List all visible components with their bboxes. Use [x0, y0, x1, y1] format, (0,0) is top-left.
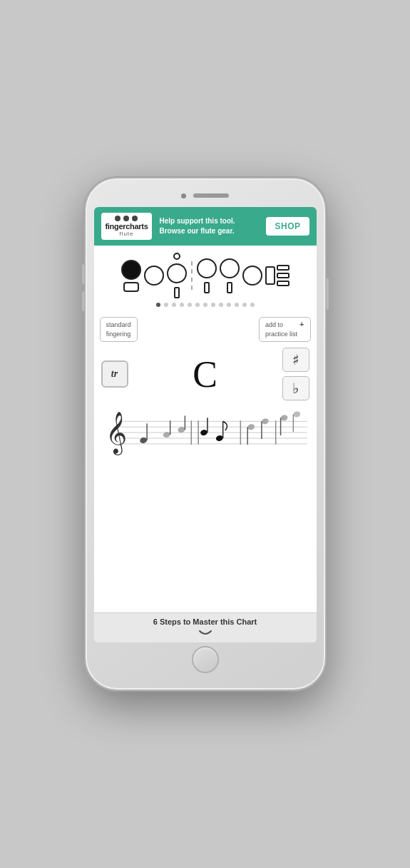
controls-row: standardfingering add to practice list +	[94, 314, 317, 345]
bottom-keys-3	[174, 287, 180, 298]
chevron-down-icon	[198, 627, 212, 640]
phone-frame: fingercharts flute Help support this too…	[84, 177, 327, 691]
end-key-2	[277, 273, 289, 278]
svg-point-15	[200, 429, 208, 436]
page-dot-6[interactable]	[203, 303, 207, 307]
page-dot-0[interactable]	[156, 303, 160, 307]
fingering-area	[94, 246, 317, 314]
note-display: tr C ♯ ♭	[94, 345, 317, 403]
standard-fingering-button[interactable]: standardfingering	[100, 317, 138, 342]
end-key-1	[277, 265, 289, 271]
svg-point-19	[247, 423, 255, 430]
staff-svg: 𝄞	[100, 403, 311, 468]
sharp-button[interactable]: ♯	[282, 348, 309, 372]
page-dot-4[interactable]	[188, 303, 192, 307]
page-dot-11[interactable]	[242, 303, 247, 307]
power-button	[326, 278, 329, 310]
camera-icon	[181, 193, 186, 198]
note-name: C	[128, 353, 282, 395]
treble-clef-symbol: 𝄞	[105, 412, 126, 455]
small-key-top	[173, 253, 180, 260]
page-dot-5[interactable]	[195, 303, 200, 307]
flat-button[interactable]: ♭	[282, 376, 309, 400]
banner-text: Help support this tool. Browse our flute…	[159, 216, 259, 236]
volume-down-button	[82, 291, 85, 311]
shop-button[interactable]: SHOP	[266, 217, 309, 236]
svg-point-25	[292, 410, 301, 418]
key-group-5	[220, 258, 240, 293]
key-group-left	[121, 260, 141, 292]
phone-top-bar	[94, 188, 317, 203]
logo-sub: flute	[119, 231, 133, 237]
side-buttons-left	[82, 264, 85, 311]
home-button[interactable]	[192, 646, 219, 673]
thumb-key	[123, 282, 139, 292]
logo-dot-1	[115, 216, 121, 221]
pagination-dots	[156, 303, 255, 307]
page-dot-2[interactable]	[172, 303, 176, 307]
key-group-3	[167, 253, 187, 298]
page-dot-8[interactable]	[219, 303, 223, 307]
key-hole-2	[144, 266, 164, 286]
volume-up-button	[82, 264, 85, 284]
svg-point-17	[215, 435, 223, 442]
page-dot-7[interactable]	[211, 303, 215, 307]
side-button-right	[326, 278, 329, 310]
fingering-diagram	[101, 253, 309, 298]
logo-dot-2	[123, 216, 129, 221]
flat-symbol: ♭	[292, 380, 299, 397]
add-to-practice-button[interactable]: add to practice list +	[259, 317, 310, 342]
key-hole-3	[167, 263, 187, 283]
logo-box: fingercharts flute	[101, 213, 153, 240]
key-group-4	[197, 258, 217, 293]
add-practice-label: add to practice list	[265, 321, 297, 338]
sharp-symbol: ♯	[292, 351, 299, 368]
page-dot-3[interactable]	[180, 303, 184, 307]
key-hole-6	[242, 266, 262, 286]
trill-key-5	[227, 282, 232, 293]
header-banner: fingercharts flute Help support this too…	[94, 207, 317, 246]
right-key-main	[265, 266, 275, 285]
staff-area: 𝄞	[94, 403, 317, 612]
page-dot-10[interactable]	[235, 303, 239, 307]
logo-dot-3	[132, 216, 138, 221]
trill-label: tr	[111, 368, 118, 380]
end-key-3	[277, 281, 289, 286]
page-dot-9[interactable]	[227, 303, 231, 307]
svg-point-23	[280, 414, 288, 421]
speaker-grille	[193, 193, 229, 198]
right-key-stacked	[277, 265, 289, 286]
plus-icon: +	[299, 321, 304, 328]
accidental-buttons: ♯ ♭	[282, 348, 309, 400]
svg-point-11	[162, 431, 170, 438]
svg-point-21	[261, 418, 270, 425]
bottom-bar[interactable]: 6 Steps to Master this Chart	[94, 612, 317, 642]
steps-text: 6 Steps to Master this Chart	[153, 617, 257, 626]
trill-key-left	[174, 287, 180, 298]
page-dot-12[interactable]	[250, 303, 255, 307]
key-hole-5	[220, 258, 240, 278]
phone-screen: fingercharts flute Help support this too…	[94, 207, 317, 642]
page-dot-1[interactable]	[164, 303, 168, 307]
logo-dots	[115, 216, 138, 221]
phone-bottom	[192, 642, 219, 677]
svg-point-9	[139, 437, 148, 444]
key-group-right	[265, 265, 289, 286]
trill-button[interactable]: tr	[101, 360, 128, 388]
logo-text: fingercharts	[106, 223, 148, 231]
trill-key-4	[204, 282, 210, 293]
key-group-6	[242, 266, 262, 286]
key-hole-4	[197, 258, 217, 278]
key-group-2	[144, 266, 164, 286]
divider	[191, 261, 193, 290]
key-hole-1	[121, 260, 141, 280]
right-key-icon	[265, 265, 289, 286]
